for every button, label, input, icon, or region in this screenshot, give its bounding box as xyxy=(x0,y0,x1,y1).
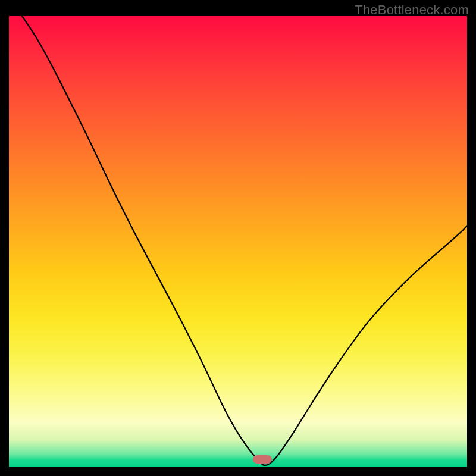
chart-frame: TheBottleneck.com xyxy=(0,0,476,476)
watermark-text: TheBottleneck.com xyxy=(355,2,469,18)
bottleneck-curve xyxy=(9,16,467,467)
plot-area xyxy=(9,16,467,467)
minimum-marker xyxy=(253,455,272,464)
